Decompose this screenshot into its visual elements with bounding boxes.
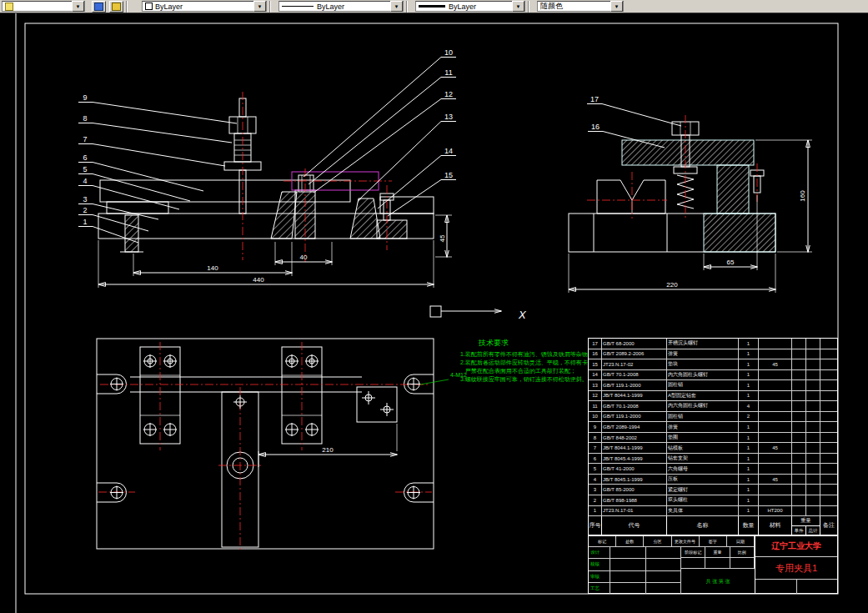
signature-row: 校核 bbox=[589, 559, 680, 570]
header-qty: 数量 bbox=[739, 516, 759, 535]
part-weight-total bbox=[806, 485, 820, 495]
part-no: 17 bbox=[589, 339, 602, 349]
linetype-control-dropdown[interactable]: ByLayer ▼ bbox=[278, 1, 404, 12]
color-value: ByLayer bbox=[155, 3, 183, 11]
part-material bbox=[759, 422, 792, 432]
title-block-left: 标记处数分区更改文件号签字日期 设计 校核 审核 bbox=[589, 536, 755, 594]
dimension-text: 45 bbox=[439, 234, 446, 242]
stage-value-cell bbox=[705, 558, 730, 568]
part-weight-unit bbox=[792, 380, 806, 390]
parts-list-row: 12 JB/T 8044.1-1999 A型固定钻套 1 bbox=[589, 391, 837, 402]
part-material bbox=[759, 433, 792, 443]
part-remark bbox=[820, 454, 837, 464]
parts-list-row: 2 GB/T 898-1988 双头螺柱 1 bbox=[589, 495, 837, 506]
part-code: GB/T 2089-1994 bbox=[602, 422, 667, 432]
signature-label: 审核 bbox=[589, 571, 610, 582]
signature-label: 校核 bbox=[589, 559, 610, 570]
layer-previous-button[interactable] bbox=[109, 1, 123, 13]
part-weight-unit bbox=[792, 495, 806, 505]
dimension-text: 210 bbox=[322, 446, 334, 454]
parts-list-row: 6 JB/T 8045.4-1999 钻套支架 1 bbox=[589, 454, 837, 465]
layer-dropdown-arrow[interactable]: ▼ bbox=[72, 1, 84, 12]
part-weight-unit bbox=[792, 433, 806, 443]
stage-label-cell: 重量 bbox=[705, 547, 730, 557]
dimension-text: 160 bbox=[799, 190, 806, 202]
part-weight-unit bbox=[792, 391, 806, 401]
part-material bbox=[759, 495, 792, 505]
part-material bbox=[759, 370, 792, 380]
toolbar-separator bbox=[528, 1, 529, 13]
lineweight-control-dropdown[interactable]: ByLayer ▼ bbox=[415, 1, 525, 12]
part-code: GB/T 898-1988 bbox=[602, 495, 667, 505]
part-weight-unit bbox=[792, 401, 806, 411]
plotstyle-dropdown-arrow[interactable]: ▼ bbox=[610, 1, 623, 12]
part-material bbox=[759, 464, 792, 474]
part-material bbox=[759, 412, 792, 422]
part-qty: 1 bbox=[739, 339, 759, 349]
dimension-text: 220 bbox=[666, 281, 678, 289]
lineweight-dropdown-arrow[interactable]: ▼ bbox=[512, 1, 524, 12]
part-material bbox=[759, 339, 792, 349]
color-control-dropdown[interactable]: ByLayer ▼ bbox=[142, 1, 267, 12]
part-weight-unit bbox=[792, 412, 806, 422]
part-remark bbox=[820, 391, 837, 401]
part-remark bbox=[820, 412, 837, 422]
part-weight-unit bbox=[792, 370, 806, 380]
part-weight-unit bbox=[792, 454, 806, 464]
lineweight-preview-icon bbox=[419, 5, 445, 8]
part-no: 14 bbox=[589, 370, 602, 380]
part-name: 内六角圆柱头螺钉 bbox=[667, 370, 739, 380]
callout-label: 16 bbox=[591, 123, 600, 131]
title-block-right: 辽宁工业大学 专用夹具1 bbox=[755, 536, 837, 594]
part-name: 弹簧 bbox=[667, 349, 739, 359]
part-no: 16 bbox=[589, 349, 602, 359]
part-weight-unit bbox=[792, 464, 806, 474]
part-remark bbox=[820, 359, 837, 369]
part-remark bbox=[820, 370, 837, 380]
signature-row: 审核 bbox=[589, 571, 680, 583]
callout-label: 1 bbox=[83, 218, 87, 226]
part-material bbox=[759, 454, 792, 464]
part-qty: 1 bbox=[739, 359, 759, 369]
part-qty: 1 bbox=[739, 370, 759, 380]
part-qty: 1 bbox=[739, 422, 759, 432]
part-code: JB/T 8045.1-1999 bbox=[602, 475, 667, 485]
layer-dropdown[interactable]: ▼ bbox=[2, 1, 85, 12]
part-weight-unit bbox=[792, 506, 806, 516]
plotstyle-control-dropdown[interactable]: 随颜色 ▼ bbox=[537, 1, 624, 12]
part-qty: 1 bbox=[739, 454, 759, 464]
linetype-dropdown-arrow[interactable]: ▼ bbox=[390, 1, 403, 12]
university-name: 辽宁工业大学 bbox=[755, 536, 837, 557]
stage-label-strip: 阶段标记重量比例 bbox=[681, 547, 755, 558]
callout-label: 2 bbox=[83, 206, 87, 214]
front-view-callouts-left: 1 2 3 4 5 6 7 8 9 bbox=[78, 93, 237, 243]
stage-label-cell: 阶段标记 bbox=[681, 547, 705, 557]
signature-empty-cell bbox=[610, 559, 646, 570]
revision-header-strip: 标记处数分区更改文件号签字日期 bbox=[589, 536, 755, 547]
toolbar-separator bbox=[126, 1, 128, 13]
part-remark bbox=[820, 495, 837, 505]
part-code: JB/T 8045.4-1999 bbox=[602, 454, 667, 464]
part-remark bbox=[820, 401, 837, 411]
parts-list-row: 8 GB/T 848-2002 垫圈 1 bbox=[589, 433, 837, 444]
make-layer-current-icon bbox=[94, 3, 103, 11]
color-dropdown-arrow[interactable]: ▼ bbox=[253, 1, 266, 12]
make-object-layer-current-button[interactable] bbox=[92, 1, 106, 13]
part-qty: 1 bbox=[739, 380, 759, 390]
part-qty: 2 bbox=[739, 412, 759, 422]
parts-list-row: 10 GB/T 119.1-2000 圆柱销 2 bbox=[589, 412, 837, 423]
plan-view: 210 4-M12 bbox=[97, 339, 467, 550]
part-weight-total bbox=[806, 339, 820, 349]
parts-list-row: 3 GB/T 85-2000 紧定螺钉 1 bbox=[589, 485, 837, 495]
stage-value-cell bbox=[730, 558, 755, 568]
part-qty: 1 bbox=[739, 495, 759, 505]
header-name: 名称 bbox=[667, 516, 739, 535]
part-material: 45 bbox=[759, 475, 792, 485]
part-qty: 1 bbox=[739, 485, 759, 495]
part-no: 11 bbox=[589, 401, 602, 411]
callout-label: 7 bbox=[83, 135, 87, 143]
header-weight-total: 总计 bbox=[806, 526, 820, 535]
part-name: A型固定钻套 bbox=[667, 391, 739, 401]
part-qty: 1 bbox=[739, 391, 759, 401]
part-remark bbox=[820, 380, 837, 390]
